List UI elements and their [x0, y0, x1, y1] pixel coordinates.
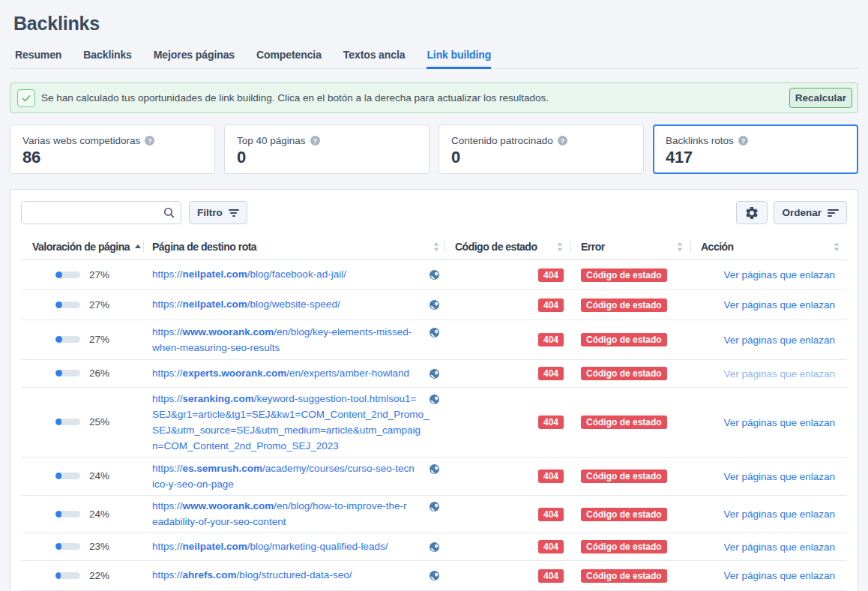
page-rating: 24% — [21, 508, 144, 520]
page-rating-bar — [55, 418, 80, 425]
page-rating-bar — [55, 370, 80, 376]
target-page: https://www.woorank.com/en/blog/how-to-i… — [144, 498, 445, 530]
page-rating-bar-fill — [55, 302, 62, 308]
stat-card-4[interactable]: Backlinks rotos?417 — [653, 124, 858, 174]
globe-icon — [430, 327, 439, 340]
error-badge: Código de estado — [581, 508, 667, 521]
page-rating: 24% — [21, 470, 144, 482]
column-header-label: Valoración de página — [32, 241, 130, 253]
target-page-cell: https://www.woorank.com/en/blog/how-to-i… — [144, 495, 445, 532]
status-code-cell: 404 — [445, 359, 571, 387]
action-cell: Ver páginas que enlazan — [691, 532, 847, 560]
see-linking-pages-link[interactable]: Ver páginas que enlazan — [723, 269, 835, 280]
page-rating-percent: 27% — [89, 299, 109, 310]
sort-lines-icon — [828, 209, 839, 217]
page-rating-cell: 24% — [21, 457, 144, 495]
order-button[interactable]: Ordenar — [774, 201, 847, 224]
status-code-cell: 404 — [445, 387, 571, 457]
column-header-4[interactable]: Error — [571, 234, 691, 260]
stat-card-label-text: Top 40 páginas — [237, 134, 306, 147]
broken-target-url[interactable]: https://es.semrush.com/academy/courses/c… — [152, 460, 430, 492]
globe-icon — [430, 570, 439, 584]
see-linking-pages-link[interactable]: Ver páginas que enlazan — [723, 299, 835, 310]
column-header-1[interactable]: Valoración de página — [21, 234, 144, 260]
sort-toggle-icon — [834, 242, 840, 251]
tab-link-building[interactable]: Link building — [427, 49, 491, 68]
page-rating-cell: 27% — [21, 320, 144, 359]
error-cell: Código de estado — [571, 457, 691, 495]
column-header-2[interactable]: Página de destino rota — [144, 234, 445, 260]
broken-target-url[interactable]: https://seranking.com/keyword-suggestion… — [152, 391, 430, 454]
see-linking-pages-link[interactable]: Ver páginas que enlazan — [723, 334, 835, 346]
filter-button[interactable]: Filtro — [189, 201, 247, 224]
see-linking-pages-link[interactable]: Ver páginas que enlazan — [723, 368, 835, 380]
recalculate-button[interactable]: Recalcular — [789, 88, 852, 108]
column-header-3[interactable]: Código de estado — [445, 234, 571, 260]
status-code-badge: 404 — [538, 508, 564, 521]
status-code-cell: 404 — [445, 260, 571, 290]
error-cell: Código de estado — [571, 387, 691, 457]
column-header-label: Código de estado — [455, 241, 537, 253]
sort-toggle-icon — [677, 242, 683, 251]
page-title: Backlinks — [13, 12, 858, 34]
tab-backlinks[interactable]: Backlinks — [83, 49, 131, 68]
target-page-cell: https://neilpatel.com/blog/facebook-ad-j… — [144, 260, 445, 290]
stat-card-label: Backlinks rotos? — [666, 134, 846, 147]
error-badge: Código de estado — [581, 298, 667, 312]
stat-card-2[interactable]: Top 40 páginas?0 — [224, 124, 430, 174]
status-code-cell: 404 — [445, 560, 571, 590]
stat-card-1[interactable]: Varias webs competidoras?86 — [10, 124, 215, 174]
stat-cards: Varias webs competidoras?86Top 40 página… — [10, 124, 858, 174]
page-rating-cell: 22% — [21, 560, 144, 590]
table-row: 27% https://www.woorank.com/en/blog/key-… — [21, 320, 847, 359]
sort-toggle-icon — [557, 242, 563, 251]
tab-competencia[interactable]: Competencia — [256, 49, 322, 68]
page-rating: 23% — [21, 541, 144, 552]
see-linking-pages-link[interactable]: Ver páginas que enlazan — [723, 417, 835, 428]
tab-mejores-páginas[interactable]: Mejores páginas — [154, 49, 235, 68]
target-page-cell: https://neilpatel.com/blog/website-speed… — [144, 290, 445, 320]
page-rating-bar-fill — [55, 272, 62, 278]
target-page: https://www.woorank.com/en/blog/key-elem… — [144, 324, 445, 356]
error-cell: Código de estado — [571, 290, 691, 320]
stat-card-value: 0 — [451, 148, 631, 167]
action-cell: Ver páginas que enlazan — [691, 387, 847, 457]
broken-target-url[interactable]: https://neilpatel.com/blog/website-speed… — [152, 296, 430, 312]
broken-target-url[interactable]: https://www.woorank.com/en/blog/how-to-i… — [152, 498, 430, 530]
broken-target-url[interactable]: https://ahrefs.com/blog/structured-data-… — [152, 567, 430, 583]
tab-textos-ancla[interactable]: Textos ancla — [343, 49, 406, 68]
settings-button[interactable] — [736, 201, 768, 224]
search-input[interactable] — [21, 201, 181, 224]
page-rating-bar — [55, 543, 80, 550]
target-page-cell: https://www.woorank.com/en/blog/key-elem… — [144, 320, 445, 359]
stat-card-label-text: Backlinks rotos — [666, 134, 734, 147]
see-linking-pages-link[interactable]: Ver páginas que enlazan — [723, 471, 835, 482]
see-linking-pages-link[interactable]: Ver páginas que enlazan — [723, 542, 835, 553]
broken-target-url[interactable]: https://www.woorank.com/en/blog/key-elem… — [152, 324, 430, 356]
search-wrap — [21, 201, 181, 224]
table-row: 22% https://ahrefs.com/blog/structured-d… — [21, 560, 847, 590]
page-rating-percent: 27% — [89, 269, 109, 280]
page-rating-percent: 22% — [89, 570, 109, 581]
broken-target-url[interactable]: https://experts.woorank.com/en/experts/a… — [152, 365, 430, 381]
column-header-label: Página de destino rota — [152, 241, 256, 253]
globe-icon — [430, 299, 439, 313]
see-linking-pages-link[interactable]: Ver páginas que enlazan — [723, 508, 835, 520]
globe-icon — [430, 501, 439, 514]
page-rating-cell: 26% — [21, 359, 144, 387]
table-toolbar: Filtro Ordenar — [21, 201, 847, 224]
action-cell: Ver páginas que enlazan — [691, 290, 847, 320]
help-icon: ? — [558, 136, 567, 146]
page-rating-percent: 24% — [89, 470, 109, 482]
broken-target-url[interactable]: https://neilpatel.com/blog/facebook-ad-j… — [152, 266, 430, 282]
page-rating-bar — [55, 336, 80, 343]
table-row: 27% https://neilpatel.com/blog/website-s… — [21, 290, 847, 320]
stat-card-3[interactable]: Contenido patrocinado?0 — [438, 124, 644, 174]
column-header-5[interactable]: Acción — [691, 234, 847, 260]
see-linking-pages-link[interactable]: Ver páginas que enlazan — [723, 570, 835, 581]
sort-toggle-icon — [433, 242, 439, 251]
page-rating-bar — [55, 472, 80, 479]
page-rating-bar-fill — [55, 370, 62, 376]
tab-resumen[interactable]: Resumen — [15, 49, 61, 68]
broken-target-url[interactable]: https://neilpatel.com/blog/marketing-qua… — [152, 538, 430, 554]
